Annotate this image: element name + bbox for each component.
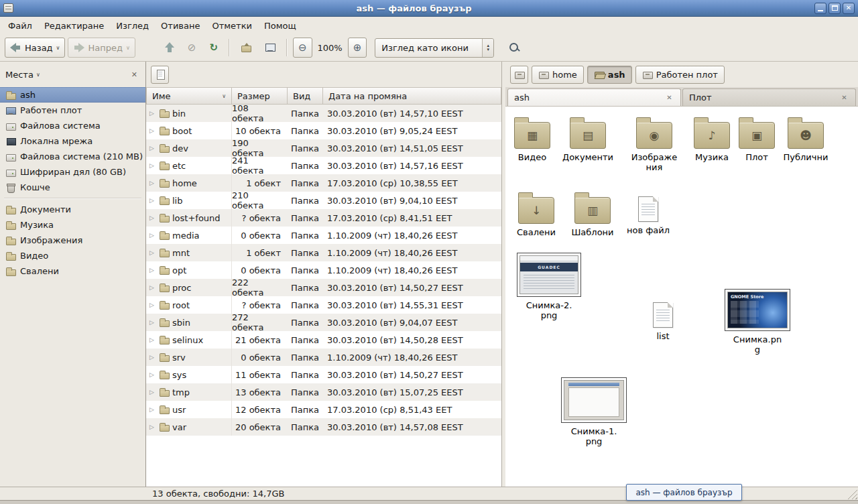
breadcrumb-button[interactable]: home: [532, 66, 584, 84]
menu-item[interactable]: Отметки: [206, 17, 257, 34]
file-icon-item[interactable]: нов файл: [623, 192, 674, 235]
menu-item[interactable]: Файл: [2, 17, 38, 34]
sidebar-title[interactable]: Места: [5, 70, 34, 80]
minimize-button[interactable]: [814, 3, 826, 14]
image-icon-item[interactable]: GNOME Store Снимка.png: [723, 289, 792, 355]
expander-icon[interactable]: ▷: [149, 110, 156, 117]
folder-icon-item[interactable]: ▣ Плот: [731, 117, 782, 162]
home-button[interactable]: [235, 38, 257, 58]
file-row[interactable]: ▷ boot 10 обекта Папка 30.03.2010 (вт) 9…: [146, 122, 501, 139]
expander-icon[interactable]: ▷: [149, 127, 156, 134]
image-icon-item[interactable]: Снимка-1.png: [559, 377, 629, 446]
file-row[interactable]: ▷ proc 222 обекта Папка 30.03.2010 (вт) …: [146, 279, 501, 296]
breadcrumb-button[interactable]: ash: [587, 66, 632, 84]
column-header-date[interactable]: Дата на промяна: [323, 87, 501, 105]
expander-icon[interactable]: ▷: [149, 214, 156, 221]
expander-icon[interactable]: ▷: [149, 406, 156, 413]
file-row[interactable]: ▷ srv 0 обекта Папка 1.10.2009 (чт) 18,4…: [146, 349, 501, 366]
expander-icon[interactable]: ▷: [149, 180, 156, 186]
sidebar-place-item[interactable]: Кошче: [0, 180, 145, 195]
file-row[interactable]: ▷ usr 12 обекта Папка 17.03.2010 (ср) 8,…: [146, 401, 501, 418]
folder-icon-item[interactable]: ▤ Документи: [562, 117, 613, 162]
zoom-in-button[interactable]: ⊕: [348, 38, 367, 58]
file-row[interactable]: ▷ opt 0 обекта Папка 1.10.2009 (чт) 18,4…: [146, 261, 501, 279]
folder-icon-item[interactable]: ↓ Свалени: [511, 192, 562, 237]
expander-icon[interactable]: ▷: [149, 371, 156, 378]
sidebar-chevron-icon[interactable]: ∨: [36, 72, 40, 78]
zoom-out-button[interactable]: ⊖: [293, 38, 312, 58]
expander-icon[interactable]: ▷: [149, 319, 156, 326]
file-row[interactable]: ▷ sbin 272 обекта Папка 30.03.2010 (вт) …: [146, 314, 501, 331]
pane-tab[interactable]: Плот ✕: [682, 88, 856, 106]
file-row[interactable]: ▷ sys 11 обекта Папка 30.03.2010 (вт) 14…: [146, 366, 501, 383]
column-header-type[interactable]: Вид: [288, 87, 323, 105]
tab-close-button[interactable]: ✕: [664, 92, 674, 103]
folder-icon-item[interactable]: ☻ Публични: [780, 117, 831, 162]
breadcrumb-button[interactable]: Работен плот: [635, 66, 725, 84]
image-icon-item[interactable]: GUADEC Снимка-2.png: [514, 253, 584, 320]
maximize-button[interactable]: [829, 3, 841, 14]
close-button[interactable]: ✕: [843, 3, 855, 14]
forward-button[interactable]: Напред ∨: [68, 38, 135, 58]
sidebar-bookmark-item[interactable]: Видео: [0, 248, 145, 263]
sidebar-place-item[interactable]: Шифриран дял (80 GB): [0, 164, 145, 180]
file-row[interactable]: ▷ dev 190 обекта Папка 30.03.2010 (вт) 1…: [146, 139, 501, 157]
up-button[interactable]: [160, 38, 180, 58]
expander-icon[interactable]: ▷: [149, 389, 156, 395]
sidebar-bookmark-item[interactable]: Свалени: [0, 263, 145, 279]
sidebar-place-item[interactable]: ash: [0, 87, 145, 103]
sidebar-place-item[interactable]: Локална мрежа: [0, 133, 145, 149]
pane-root-button[interactable]: [510, 66, 528, 84]
file-row[interactable]: ▷ root ? обекта Папка 30.03.2010 (вт) 14…: [146, 296, 501, 314]
expander-icon[interactable]: ▷: [149, 162, 156, 169]
expander-icon[interactable]: ▷: [149, 354, 156, 361]
expander-icon[interactable]: ▷: [149, 232, 156, 239]
file-row[interactable]: ▷ var 20 обекта Папка 30.03.2010 (вт) 14…: [146, 418, 501, 436]
pane-root-button[interactable]: [151, 66, 169, 84]
file-row[interactable]: ▷ media 0 обекта Папка 1.10.2009 (чт) 18…: [146, 227, 501, 244]
reload-button[interactable]: ↻: [204, 38, 223, 58]
tab-close-button[interactable]: ✕: [839, 92, 849, 103]
view-mode-select[interactable]: Изглед като икони ▴ ▾: [375, 38, 494, 58]
search-button[interactable]: [503, 38, 525, 58]
menu-item[interactable]: Помощ: [258, 17, 302, 34]
folder-icon-item[interactable]: ▥ Шаблони: [567, 192, 618, 237]
back-history-chevron-icon[interactable]: ∨: [56, 45, 60, 51]
menu-item[interactable]: Изглед: [110, 17, 155, 34]
taskbar-window-button[interactable]: ash — файлов браузър: [626, 484, 742, 501]
expander-icon[interactable]: ▷: [149, 267, 156, 273]
file-row[interactable]: ▷ lost+found ? обекта Папка 17.03.2010 (…: [146, 209, 501, 227]
column-header-size[interactable]: Размер: [232, 87, 288, 105]
expander-icon[interactable]: ▷: [149, 336, 156, 343]
sidebar-close-button[interactable]: ✕: [129, 69, 140, 80]
resize-grip[interactable]: [847, 489, 857, 499]
expander-icon[interactable]: ▷: [149, 424, 156, 430]
view-mode-stepper[interactable]: ▴ ▾: [482, 39, 493, 57]
folder-icon-item[interactable]: ◉ Изображения: [629, 117, 680, 172]
file-icon-item[interactable]: list: [637, 298, 688, 341]
file-row[interactable]: ▷ etc 241 обекта Папка 30.03.2010 (вт) 1…: [146, 157, 501, 174]
expander-icon[interactable]: ▷: [149, 197, 156, 204]
file-row[interactable]: ▷ selinux 21 обекта Папка 30.03.2010 (вт…: [146, 331, 501, 349]
sidebar-bookmark-item[interactable]: Музика: [0, 217, 145, 233]
expander-icon[interactable]: ▷: [149, 302, 156, 308]
stop-button[interactable]: ⊘: [182, 38, 202, 58]
sidebar-bookmark-item[interactable]: Изображения: [0, 233, 145, 248]
expander-icon[interactable]: ▷: [149, 284, 156, 291]
expander-icon[interactable]: ▷: [149, 249, 156, 256]
file-row[interactable]: ▷ lib 210 обекта Папка 30.03.2010 (вт) 9…: [146, 192, 501, 209]
column-header-name[interactable]: Име ∨: [146, 87, 232, 105]
sidebar-bookmark-item[interactable]: Документи: [0, 202, 145, 217]
computer-button[interactable]: [259, 38, 281, 58]
sidebar-place-item[interactable]: Файлова система (210 MB): [0, 149, 145, 164]
file-row[interactable]: ▷ home 1 обект Папка 17.03.2010 (ср) 10,…: [146, 174, 501, 192]
folder-icon-item[interactable]: ▦ Видео: [507, 117, 558, 162]
menu-item[interactable]: Редактиране: [38, 17, 110, 34]
sidebar-place-item[interactable]: Файлова система: [0, 118, 145, 133]
pane-tab[interactable]: ash ✕: [507, 88, 681, 106]
back-button[interactable]: Назад ∨: [5, 38, 65, 58]
file-row[interactable]: ▷ mnt 1 обект Папка 1.10.2009 (чт) 18,40…: [146, 244, 501, 261]
folder-icon-item[interactable]: ♪ Музика: [686, 117, 737, 162]
menu-item[interactable]: Отиване: [155, 17, 206, 34]
sidebar-place-item[interactable]: Работен плот: [0, 103, 145, 118]
